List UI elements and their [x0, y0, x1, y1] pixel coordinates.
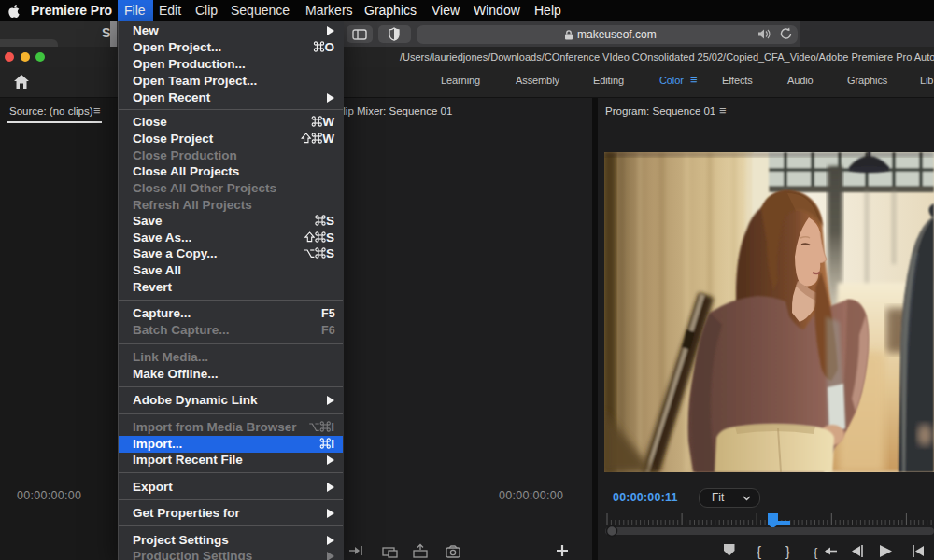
svg-text:{: { [814, 545, 818, 559]
svg-text:{: { [757, 543, 761, 559]
svg-text:}: } [785, 543, 790, 559]
